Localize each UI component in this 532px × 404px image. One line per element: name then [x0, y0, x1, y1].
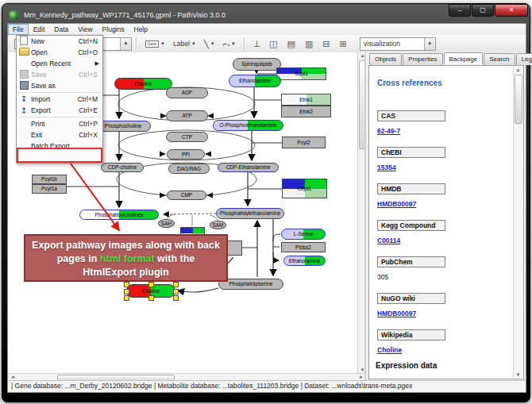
tab-properties[interactable]: Properties [403, 53, 442, 65]
node-o-phosphoethanolamine[interactable]: O-Phosphoethanolamine [213, 120, 283, 131]
label-tool-button[interactable]: Label ▼ [170, 38, 199, 49]
line-tool-button[interactable]: ╲ ▼ [201, 38, 218, 50]
file-menu-item-export[interactable]: ↥ExportCtrl+E [17, 105, 102, 116]
node-sgpl1[interactable]: Sgpl1 [276, 67, 326, 80]
client-area: FileEditDataViewPluginsHelp Zoom: 100% ▼… [7, 23, 526, 393]
menu-item-shortcut: Ctrl+E [79, 106, 102, 114]
node-etnk1[interactable]: Etnk1 [281, 94, 331, 106]
tab-objects[interactable]: Objects [369, 53, 402, 65]
file-menu-item-open[interactable]: OpenCtrl+O [17, 47, 102, 58]
menu-edit[interactable]: Edit [29, 24, 50, 35]
node-cdp-choline[interactable]: CDP-choline [101, 163, 144, 172]
tab-legend[interactable]: Legend [516, 53, 532, 65]
tab-search[interactable]: Search [484, 53, 515, 65]
selection-handle[interactable] [148, 282, 154, 287]
selection-handle[interactable] [148, 295, 154, 301]
xref-section-cas: CAS [377, 110, 445, 121]
menu-separator [18, 92, 101, 93]
scroll-left-icon[interactable]: ◄ [10, 375, 16, 379]
xref-link[interactable]: 15354 [377, 164, 396, 171]
menu-item-label: Open Recent [31, 60, 91, 67]
close-button[interactable]: ✕ [495, 4, 528, 17]
file-menu-item-open-recent[interactable]: Open Recent▶ [17, 58, 102, 69]
node-label: Phosphatidylcholines [80, 212, 158, 217]
menu-help[interactable]: Help [129, 24, 152, 35]
node-ethanolamine-top[interactable]: Ethanolamine [229, 75, 281, 87]
title-bar[interactable]: Mm_Kennedy_pathway_WP1771_45176.gpml - P… [9, 7, 523, 23]
file-menu-item-exit[interactable]: ExitCtrl+X [17, 129, 102, 140]
node-pcyt2[interactable]: Pcyt2 [282, 137, 326, 148]
scroll-down-icon[interactable]: ▼ [514, 372, 522, 377]
node-sah[interactable]: SAH [158, 219, 175, 228]
node-ptdss2[interactable]: Ptdss2 [281, 242, 326, 252]
stack-horizontal-icon[interactable]: ▤ [287, 39, 295, 49]
selection-handle[interactable] [173, 289, 179, 294]
node-cmp[interactable]: CMP [167, 190, 206, 200]
node-ppi[interactable]: PPi [167, 149, 205, 160]
chevron-down-icon[interactable]: ▼ [191, 41, 196, 46]
align-top-icon[interactable]: ⊟ [322, 39, 330, 49]
node-phosphocholine[interactable]: Phosphocholine [95, 121, 151, 132]
file-menu-item-import[interactable]: ↧ImportCtrl+M [17, 94, 102, 105]
node-etnk2[interactable]: Etnk2 [281, 106, 331, 117]
node-label: PPi [168, 152, 204, 157]
connector-tool-button[interactable]: ⌐▪ ▼ [220, 38, 239, 50]
file-menu-item-save-as[interactable]: Save as [17, 80, 102, 91]
tab-backpage[interactable]: Backpage [444, 52, 484, 64]
node-pcyt1a[interactable]: Pcyt1a [32, 184, 67, 194]
scroll-right-icon[interactable]: ► [358, 375, 364, 379]
align-center-x-icon[interactable]: ⟂ [254, 39, 260, 49]
node-label: Phosphatidylethanolamine [217, 210, 283, 216]
minimize-button[interactable]: – [449, 4, 471, 17]
submenu-arrow-icon: ▶ [95, 60, 102, 67]
chevron-down-icon[interactable]: ▼ [160, 41, 165, 46]
menu-data[interactable]: Data [49, 24, 73, 35]
visualization-combobox[interactable]: visualization ▼ [360, 37, 436, 51]
node-sphingolipids[interactable]: Sphingolipids [233, 58, 281, 71]
panel-scrollbar[interactable]: ▲ ▼ [513, 67, 522, 378]
chevron-down-icon[interactable]: ▼ [231, 41, 236, 46]
node-atp[interactable]: ATP [166, 110, 208, 121]
xref-link[interactable]: HMDB00097 [377, 310, 416, 317]
node-pcyt1b[interactable]: Pcyt1b [32, 175, 67, 184]
xref-link[interactable]: Choline [377, 346, 402, 354]
menu-file[interactable]: File [8, 24, 29, 35]
selection-handle[interactable] [124, 282, 129, 287]
node-cept1[interactable]: Cept1 [282, 179, 327, 198]
status-bar: | Gene database: ...m_Derby_20120602.bri… [8, 380, 526, 392]
xref-link[interactable]: C00114 [377, 237, 400, 244]
node-dag[interactable]: DAG/RAG [168, 164, 210, 174]
node-ctp[interactable]: CTP [166, 132, 208, 142]
align-left-icon[interactable]: ⊞ [340, 39, 347, 49]
zoom-dropdown-icon[interactable]: ▼ [120, 38, 131, 50]
node-phosphatidylcholines[interactable]: Phosphatidylcholines [79, 210, 159, 220]
selection-handle[interactable] [124, 289, 129, 294]
selection-handle[interactable] [173, 282, 179, 287]
scroll-up-icon[interactable]: ▲ [514, 67, 522, 72]
xref-link[interactable]: 62-49-7 [377, 127, 400, 135]
gene-tool-button[interactable]: Gene ▼ [142, 39, 168, 49]
maximize-button[interactable]: ▢ [472, 4, 494, 17]
align-center-y-icon[interactable]: ◫ [269, 39, 277, 49]
menu-view[interactable]: View [73, 24, 97, 35]
xref-value: HMDB00097 [377, 310, 416, 317]
node-adp[interactable]: ADP [166, 87, 208, 98]
chevron-down-icon[interactable]: ▼ [210, 41, 215, 46]
node-phosphatidylserine[interactable]: Phosphatidylserine [218, 279, 283, 290]
node-label: Sphingolipids [233, 61, 280, 67]
node-cdp-ethanolamine[interactable]: CDP-Ethanolamine [218, 163, 279, 172]
menu-plugins[interactable]: Plugins [98, 24, 129, 35]
file-menu-item-print[interactable]: PrintCtrl+P [17, 118, 102, 129]
alignment-buttons: ⟂◫▤▥⊟⊞ [249, 39, 352, 49]
stack-vertical-icon[interactable]: ▥ [305, 39, 313, 49]
node-l-serine[interactable]: L-Serine [281, 229, 326, 240]
selection-handle[interactable] [124, 295, 129, 301]
node-choline-top[interactable]: Choline [114, 78, 172, 90]
node-phosphatidylethanolamine[interactable]: Phosphatidylethanolamine [216, 208, 284, 219]
visualization-dropdown-icon[interactable]: ▼ [424, 38, 435, 50]
file-menu-item-new[interactable]: NewCtrl+N [17, 36, 102, 47]
node-ethanolamine-bottom[interactable]: Ethanolamine [283, 256, 326, 266]
selection-handle[interactable] [173, 295, 179, 301]
xref-link[interactable]: HMDB00097 [377, 200, 416, 208]
node-sam[interactable]: SAM [210, 221, 226, 229]
